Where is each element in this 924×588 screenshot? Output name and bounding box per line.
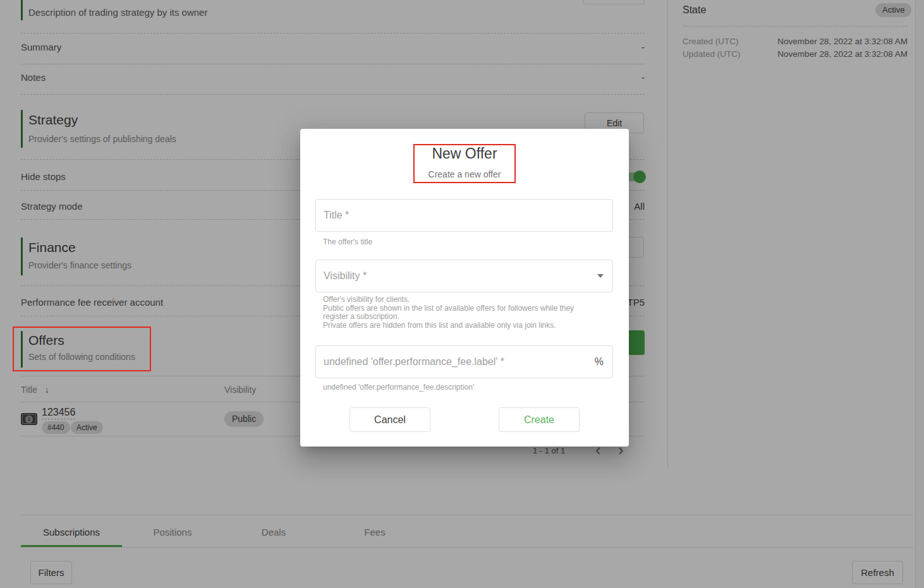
visibility-helper: Offer's visibility for clients. Public o… xyxy=(323,296,595,330)
visibility-placeholder: Visibility * xyxy=(324,270,367,282)
performance-fee-input[interactable] xyxy=(316,346,612,378)
offer-title-helper: The offer's title xyxy=(323,238,372,247)
chevron-down-icon xyxy=(597,274,604,278)
visibility-select[interactable]: Visibility * xyxy=(315,260,613,292)
percent-suffix: % xyxy=(595,356,604,368)
performance-fee-helper: undefined 'offer.performance_fee.descrip… xyxy=(323,383,474,392)
offer-title-input[interactable] xyxy=(316,200,612,231)
performance-fee-field[interactable]: % xyxy=(315,345,613,378)
dialog-subtitle: Create a new offer xyxy=(300,169,629,179)
new-offer-dialog: New Offer Create a new offer The offer's… xyxy=(300,129,629,447)
create-button[interactable]: Create xyxy=(499,407,580,432)
cancel-button[interactable]: Cancel xyxy=(350,407,430,432)
strategy-detail-page: Description of trading strategy by its o… xyxy=(0,0,924,588)
offer-title-field[interactable] xyxy=(315,199,613,232)
dialog-title: New Offer xyxy=(300,145,629,162)
